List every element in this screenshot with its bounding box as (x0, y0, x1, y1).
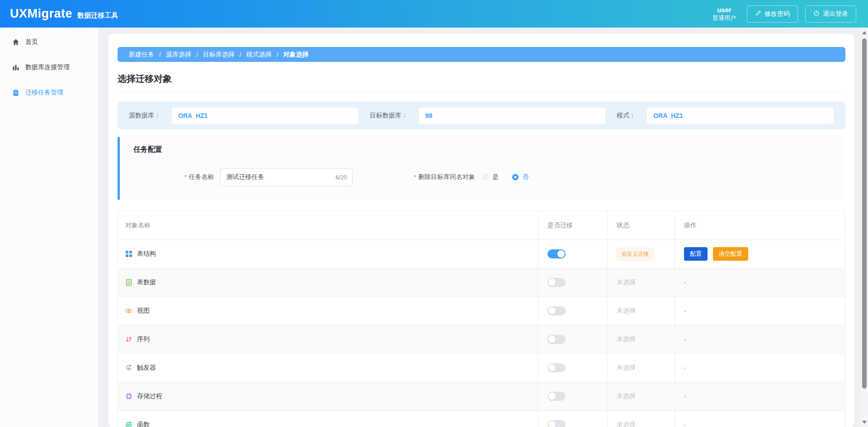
schema-label: 模式： (617, 112, 636, 120)
username: user (712, 6, 736, 14)
power-icon (813, 10, 820, 18)
status-text: 未选择 (617, 421, 636, 427)
app-subtitle: 数据迁移工具 (77, 11, 118, 20)
required-mark: * (414, 174, 416, 181)
bar-chart-icon (12, 64, 19, 71)
task-config-section: 任务配置 * 任务名称 6/20 * 删除目标库同名对象 (118, 137, 845, 200)
home-icon (12, 38, 19, 46)
status-text: 未选择 (617, 335, 636, 343)
user-info: user 普通用户 (712, 6, 736, 22)
change-password-label: 修改密码 (764, 10, 790, 18)
migrate-toggle[interactable] (547, 278, 566, 287)
migrate-toggle[interactable] (547, 363, 566, 372)
schema-field[interactable] (646, 107, 834, 124)
app-header: UXMigrate 数据迁移工具 user 普通用户 修改密码 退出登录 (0, 0, 868, 28)
radio-no[interactable]: 否 (512, 173, 528, 181)
object-name: 序列 (137, 335, 150, 343)
no-action-placeholder: - (684, 393, 686, 400)
status-text: 未选择 (617, 364, 636, 372)
clipboard-icon (12, 89, 19, 96)
step-separator: / (196, 51, 198, 58)
radio-yes[interactable]: 是 (482, 173, 499, 181)
sliders-icon (125, 421, 132, 427)
column-object-name: 对象名称 (118, 211, 538, 239)
delete-same-name-radio-group: 是 否 (482, 173, 528, 181)
table-row: 表结构 自定义迁移 配置 清空配置 (118, 239, 845, 268)
table-structure-icon (125, 250, 132, 258)
required-mark: * (184, 174, 187, 181)
configure-button[interactable]: 配置 (684, 247, 708, 261)
migrate-toggle[interactable] (547, 392, 566, 401)
content-card: 新建任务 / 源库选择 / 目标库选择 / 模式选择 / 对象选择 选择迁移对象… (108, 34, 854, 427)
no-action-placeholder: - (684, 421, 686, 427)
no-action-placeholder: - (684, 336, 686, 343)
source-db-field[interactable] (171, 107, 359, 124)
table-header-row: 对象名称 是否迁移 状态 操作 (118, 211, 845, 239)
object-name: 存储过程 (137, 392, 162, 400)
page-title: 选择迁移对象 (118, 73, 845, 92)
delete-same-name-label: 删除目标库同名对象 (418, 173, 475, 181)
object-name: 表数据 (137, 278, 156, 286)
clear-config-button[interactable]: 清空配置 (713, 247, 748, 261)
sidebar-item-migration-tasks[interactable]: 迁移任务管理 (0, 80, 98, 105)
page-scrollbar (861, 28, 868, 427)
no-action-placeholder: - (684, 307, 686, 314)
object-name: 表结构 (137, 250, 156, 258)
source-db-label: 源数据库： (129, 112, 160, 120)
step-source-db[interactable]: 源库选择 (166, 51, 191, 59)
object-name: 函数 (137, 421, 150, 427)
task-name-input[interactable] (226, 174, 332, 181)
migrate-toggle[interactable] (547, 249, 566, 258)
column-operation: 操作 (675, 211, 845, 239)
migrate-toggle[interactable] (547, 420, 566, 427)
sidebar-item-home[interactable]: 首页 (0, 29, 98, 55)
task-name-label: 任务名称 (189, 173, 214, 181)
table-data-icon (125, 279, 132, 286)
step-schema[interactable]: 模式选择 (246, 51, 272, 59)
step-target-db[interactable]: 目标库选择 (203, 51, 235, 59)
step-separator: / (240, 51, 241, 58)
status-text: 未选择 (617, 278, 636, 286)
scrollbar-thumb[interactable] (862, 38, 867, 389)
user-role: 普通用户 (712, 14, 736, 22)
radio-yes-label: 是 (492, 173, 499, 181)
chip-icon (125, 393, 132, 400)
sidebar: 首页 数据库连接管理 迁移任务管理 (0, 28, 99, 427)
object-name: 触发器 (137, 364, 156, 372)
scroll-up-arrow[interactable] (861, 29, 868, 36)
radio-circle-icon (512, 174, 519, 180)
table-row: 触发器 未选择 - (118, 353, 845, 382)
sequence-sort-icon (125, 336, 132, 343)
task-config-heading: 任务配置 (133, 145, 845, 155)
status-text: 未选择 (617, 392, 636, 400)
view-eye-icon (125, 307, 132, 314)
sidebar-item-label: 迁移任务管理 (25, 89, 63, 97)
migrate-toggle[interactable] (547, 306, 566, 315)
step-new-task[interactable]: 新建任务 (129, 51, 154, 59)
status-badge: 自定义迁移 (617, 248, 654, 261)
app-logo: UXMigrate (10, 7, 72, 21)
target-db-label: 目标数据库： (370, 112, 408, 120)
table-row: 序列 未选择 - (118, 325, 845, 353)
breadcrumb-steps: 新建任务 / 源库选择 / 目标库选择 / 模式选择 / 对象选择 (118, 47, 845, 62)
logout-button[interactable]: 退出登录 (805, 5, 856, 23)
radio-no-label: 否 (522, 173, 528, 181)
column-status: 状态 (608, 211, 675, 239)
object-table: 对象名称 是否迁移 状态 操作 表结构 自定义迁移 (118, 211, 845, 427)
sidebar-item-db-connections[interactable]: 数据库连接管理 (0, 55, 98, 80)
target-db-field[interactable] (419, 107, 606, 124)
radio-circle-icon (482, 174, 489, 180)
migrate-toggle[interactable] (547, 335, 566, 344)
no-action-placeholder: - (684, 279, 686, 286)
change-password-button[interactable]: 修改密码 (747, 5, 798, 23)
scroll-down-arrow[interactable] (861, 418, 868, 426)
task-name-input-box: 6/20 (220, 168, 353, 186)
pencil-icon (755, 10, 761, 18)
table-row: 表数据 未选择 - (118, 268, 845, 296)
sidebar-item-label: 首页 (25, 38, 38, 46)
brand: UXMigrate 数据迁移工具 (10, 7, 118, 21)
step-object-select[interactable]: 对象选择 (283, 51, 309, 59)
status-text: 未选择 (617, 307, 636, 315)
object-name: 视图 (137, 307, 150, 315)
table-row: 视图 未选择 - (118, 296, 845, 325)
